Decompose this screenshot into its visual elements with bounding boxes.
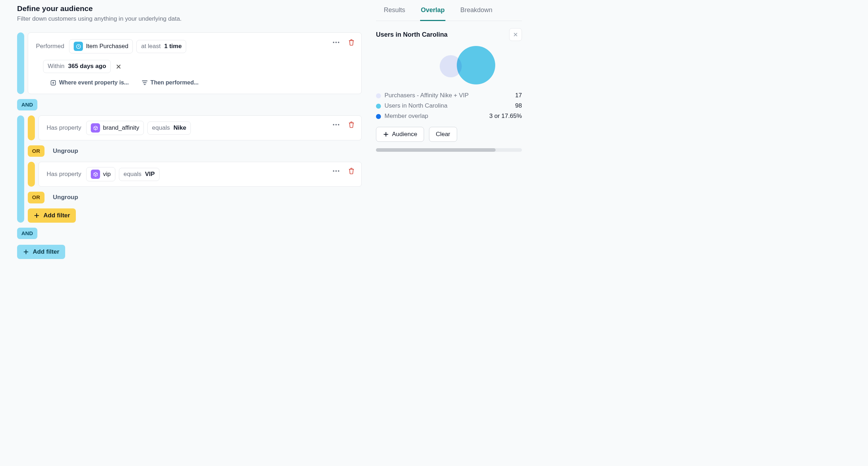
card-delete-button[interactable]: [347, 166, 356, 176]
event-pill[interactable]: Item Purchased: [69, 39, 133, 53]
svg-point-9: [335, 124, 337, 125]
value-pill[interactable]: equals Nike: [147, 121, 191, 135]
ungroup-action[interactable]: Ungroup: [53, 147, 78, 155]
where-event-property-action[interactable]: Where event property is...: [50, 79, 129, 87]
legend-label: Member overlap: [385, 112, 483, 120]
venn-diagram: [376, 45, 522, 87]
or-connector: OR: [28, 145, 45, 157]
plus-icon: [23, 249, 29, 255]
legend-dot: [376, 93, 381, 98]
property-filter-card: Has property vip equals VIP: [38, 162, 362, 187]
frequency-prefix: at least: [141, 42, 161, 51]
property-name: vip: [103, 170, 111, 178]
filter-icon: [142, 80, 148, 85]
and-connector: AND: [17, 99, 37, 110]
svg-rect-7: [144, 84, 146, 85]
svg-point-11: [333, 170, 334, 172]
tab-overlap[interactable]: Overlap: [420, 4, 445, 21]
legend-row: Users in North Carolina 98: [376, 102, 522, 110]
svg-point-1: [335, 42, 337, 43]
add-audience-button[interactable]: Audience: [376, 127, 424, 142]
performed-label: Performed: [36, 42, 64, 51]
close-panel-button[interactable]: [509, 28, 522, 41]
event-name: Item Purchased: [86, 42, 128, 51]
event-filter-card: Performed Item Purchased at least 1 time: [28, 32, 362, 94]
frequency-pill[interactable]: at least 1 time: [136, 40, 186, 53]
ellipsis-icon: [333, 170, 339, 172]
trash-icon: [349, 39, 354, 46]
time-window-pill[interactable]: Within 365 days ago: [43, 60, 111, 73]
then-performed-action[interactable]: Then performed...: [142, 79, 199, 87]
tab-breakdown[interactable]: Breakdown: [460, 4, 493, 21]
legend-dot: [376, 104, 381, 109]
svg-rect-5: [142, 81, 147, 81]
legend-row: Member overlap 3 or 17.65%: [376, 112, 522, 120]
legend-value: 98: [515, 102, 522, 110]
ungroup-action[interactable]: Ungroup: [53, 193, 78, 202]
clear-button[interactable]: Clear: [429, 127, 457, 142]
time-value: 365 days ago: [68, 62, 106, 71]
clock-icon: [74, 42, 83, 51]
or-connector: OR: [28, 192, 45, 203]
group-rail: [17, 32, 24, 94]
legend: Purchasers - Affinity Nike + VIP 17 User…: [376, 92, 522, 120]
plus-square-icon: [50, 80, 56, 86]
card-delete-button[interactable]: [347, 120, 356, 129]
group-rail: [17, 115, 24, 223]
frequency-value: 1 time: [164, 42, 182, 51]
subgroup-rail: [28, 162, 35, 187]
page-subtitle: Filter down customers using anything in …: [17, 15, 362, 23]
has-property-label: Has property: [47, 170, 81, 178]
property-pill[interactable]: brand_affinity: [86, 121, 144, 135]
time-prefix: Within: [48, 62, 64, 71]
subgroup-rail: [28, 115, 35, 140]
cube-icon: [91, 123, 100, 133]
and-connector: AND: [17, 228, 37, 239]
cube-icon: [91, 170, 100, 179]
plus-icon: [33, 212, 40, 219]
svg-point-0: [333, 42, 334, 43]
venn-circle-b: [457, 46, 495, 84]
ellipsis-icon: [333, 42, 339, 43]
overlap-title: Users in North Carolina: [376, 30, 448, 39]
remove-time-button[interactable]: [114, 62, 123, 71]
card-more-button[interactable]: [331, 40, 341, 45]
add-filter-button-outer[interactable]: Add filter: [17, 245, 65, 259]
svg-point-10: [338, 124, 339, 125]
svg-point-13: [338, 170, 339, 172]
horizontal-scrollbar[interactable]: [376, 148, 522, 152]
trash-icon: [349, 168, 354, 174]
close-icon: [116, 64, 121, 69]
page-title: Define your audience: [17, 4, 362, 14]
close-icon: [513, 32, 518, 37]
legend-label: Users in North Carolina: [385, 102, 509, 110]
property-filter-card: Has property brand_affinity equals N: [38, 115, 362, 140]
ellipsis-icon: [333, 124, 339, 125]
legend-dot: [376, 114, 381, 119]
property-name: brand_affinity: [103, 124, 139, 132]
property-value: Nike: [173, 124, 186, 132]
legend-value: 3 or 17.65%: [489, 112, 522, 120]
plus-icon: [383, 131, 389, 138]
card-more-button[interactable]: [331, 169, 341, 173]
legend-row: Purchasers - Affinity Nike + VIP 17: [376, 92, 522, 100]
tabs: Results Overlap Breakdown: [376, 4, 522, 21]
svg-rect-6: [143, 82, 146, 83]
card-more-button[interactable]: [331, 123, 341, 127]
card-delete-button[interactable]: [347, 38, 356, 47]
has-property-label: Has property: [47, 124, 81, 132]
property-pill[interactable]: vip: [86, 167, 115, 181]
value-pill[interactable]: equals VIP: [119, 168, 160, 181]
svg-point-2: [338, 42, 339, 43]
legend-value: 17: [515, 92, 522, 100]
trash-icon: [349, 121, 354, 128]
add-filter-button-inner[interactable]: Add filter: [28, 208, 76, 223]
tab-results[interactable]: Results: [383, 4, 406, 21]
svg-point-8: [333, 124, 334, 125]
svg-point-12: [335, 170, 337, 172]
property-value: VIP: [145, 170, 155, 178]
legend-label: Purchasers - Affinity Nike + VIP: [385, 92, 509, 100]
